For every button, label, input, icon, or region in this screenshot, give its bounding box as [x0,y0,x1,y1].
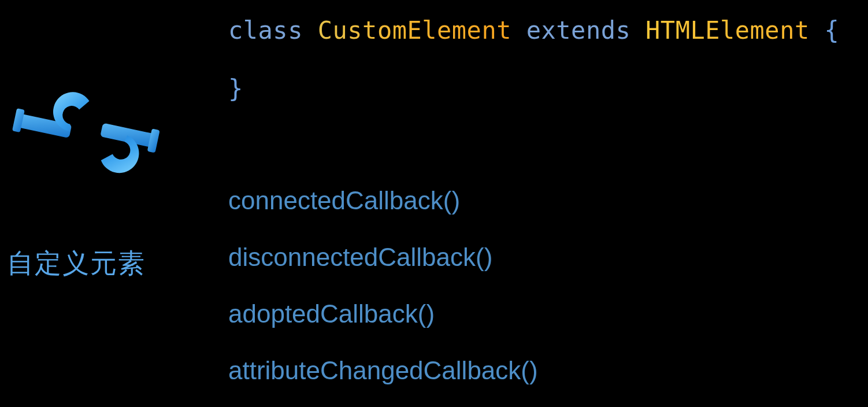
callback-item: adoptedCallback() [228,299,538,328]
slide-root: 自定义元素 class CustomElement extends HTMLEl… [0,0,868,407]
callback-item: disconnectedCallback() [228,243,538,272]
code-block: class CustomElement extends HTMLElement … [228,17,839,102]
side-column: 自定义元素 [0,0,202,407]
wrench-link-icon [12,84,162,176]
callback-list: connectedCallback() disconnectedCallback… [228,186,538,385]
close-brace: } [228,75,243,103]
keyword-class: class [228,16,303,45]
code-line-2: } [228,76,839,102]
open-brace: { [825,16,840,45]
keyword-extends: extends [526,16,631,45]
callback-item: attributeChangedCallback() [228,356,538,385]
parent-class: HTMLElement [646,16,810,45]
code-line-1: class CustomElement extends HTMLElement … [228,17,839,44]
callback-item: connectedCallback() [228,186,538,215]
side-label: 自定义元素 [7,246,146,282]
class-name: CustomElement [318,16,511,45]
